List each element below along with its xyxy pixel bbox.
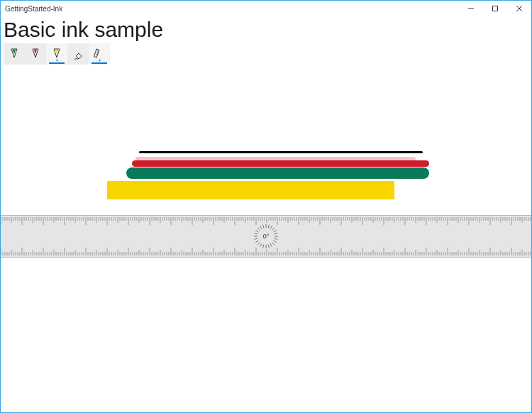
svg-line-518 <box>273 241 276 243</box>
angle-dial-icon <box>252 222 280 250</box>
close-button[interactable] <box>507 1 531 16</box>
window-title: GettingStarted-Ink <box>1 5 62 13</box>
ink-stroke <box>132 160 429 167</box>
svg-line-526 <box>255 241 258 243</box>
svg-line-538 <box>273 231 276 233</box>
svg-line-537 <box>272 228 275 231</box>
svg-rect-1 <box>493 6 498 11</box>
maximize-icon <box>492 5 499 12</box>
svg-line-524 <box>260 243 262 246</box>
svg-marker-7 <box>34 50 37 54</box>
highlighter-button[interactable]: ▾ <box>46 43 67 65</box>
svg-line-517 <box>275 238 278 239</box>
svg-marker-5 <box>13 50 16 54</box>
svg-line-532 <box>260 226 262 228</box>
svg-line-527 <box>255 238 258 239</box>
svg-line-520 <box>270 243 272 246</box>
svg-line-535 <box>268 225 269 228</box>
content-area: Basic ink sample ▾ <box>1 16 531 412</box>
titlebar[interactable]: GettingStarted-Ink <box>1 1 531 16</box>
pencil-button[interactable] <box>25 43 46 65</box>
ruler-angle-indicator: 0° <box>252 222 280 250</box>
svg-line-536 <box>270 226 272 228</box>
svg-line-531 <box>257 228 260 231</box>
ballpoint-pen-icon <box>9 48 19 60</box>
svg-line-525 <box>257 242 260 245</box>
svg-line-539 <box>275 233 278 234</box>
svg-marker-10 <box>76 53 82 59</box>
svg-line-521 <box>268 245 269 248</box>
page-title: Basic ink sample <box>1 16 531 42</box>
ink-stroke <box>107 181 394 199</box>
minimize-button[interactable] <box>459 1 483 16</box>
svg-line-533 <box>263 225 264 228</box>
svg-marker-9 <box>55 50 58 54</box>
pencil-icon <box>31 48 40 60</box>
ink-stroke <box>139 151 423 153</box>
ruler-button[interactable]: ▾ <box>89 43 110 65</box>
minimize-icon <box>467 5 475 12</box>
selection-indicator <box>49 62 65 64</box>
selection-indicator <box>92 62 107 64</box>
svg-line-523 <box>263 245 264 248</box>
svg-line-519 <box>272 242 275 245</box>
maximize-button[interactable] <box>483 1 507 16</box>
eraser-icon <box>72 48 84 60</box>
ruler-stencil[interactable]: 0° <box>1 215 531 258</box>
eraser-button[interactable] <box>67 43 89 65</box>
svg-line-530 <box>255 231 258 233</box>
close-icon <box>516 5 523 12</box>
svg-line-529 <box>255 233 258 234</box>
svg-rect-12 <box>94 49 99 57</box>
ink-toolbar: ▾ ▾ <box>4 43 110 65</box>
ballpoint-pen-button[interactable] <box>4 43 25 65</box>
ink-stroke <box>126 167 429 179</box>
app-window: GettingStarted-Ink Basic ink sample <box>0 0 532 413</box>
